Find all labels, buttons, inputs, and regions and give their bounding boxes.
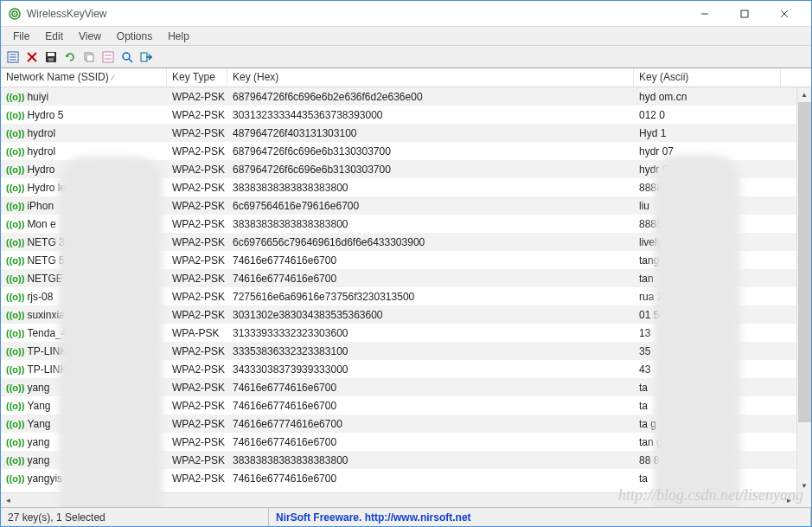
keyascii-text: 8888 [634, 218, 781, 230]
table-row[interactable]: ((о))huiyiWPA2-PSK687964726f6c696e6b2e63… [1, 87, 811, 106]
keyhex-text: 74616e6774616e6700 [227, 382, 634, 394]
wifi-icon: ((о)) [6, 237, 24, 247]
table-row[interactable]: ((о))Hydro 5WPA2-PSK30313233334435363738… [1, 106, 811, 124]
column-ssid[interactable]: Network Name (SSID)⁄ [1, 68, 167, 87]
keytype-text: WPA2-PSK [167, 345, 227, 357]
table-row[interactable]: ((о))rjs-08WPA2-PSK7275616e6a69616e73756… [1, 287, 811, 305]
table-row[interactable]: ((о))yangWPA2-PSK3838383838383838380088 … [1, 451, 811, 469]
keytype-text: WPA2-PSK [167, 164, 227, 176]
keyhex-text: 6c6976656c796469616d6f6e6433303900 [227, 236, 634, 248]
wifi-icon: ((о)) [6, 382, 24, 393]
keyhex-text: 3031302e383034383535363600 [227, 309, 634, 321]
list-view[interactable]: Network Name (SSID)⁄ Key Type Key (Hex) … [1, 68, 811, 507]
wifi-icon: ((о)) [6, 201, 24, 211]
ssid-text: TP-LINK 075 [27, 345, 86, 357]
keyascii-text: 35 [634, 345, 781, 357]
wifi-icon: ((о)) [6, 146, 24, 157]
keyascii-text: rua 2015 [634, 291, 781, 303]
table-row[interactable]: ((о))hydrolWPA2-PSK687964726f6c696e6b313… [1, 142, 811, 160]
ssid-text: hydrol [27, 145, 55, 157]
ssid-text: Hydro le [27, 182, 66, 194]
keyhex-text: 74616e67774616e6700 [227, 418, 634, 430]
keyascii-text: ta [634, 472, 781, 485]
table-row[interactable]: ((о))yangyis 5WPA2-PSK74616e6774616e6700… [1, 469, 811, 487]
tool-copy-icon[interactable] [80, 48, 98, 66]
ssid-text: iPhon [27, 200, 54, 212]
tool-delete-icon[interactable] [23, 48, 41, 66]
table-row[interactable]: ((о))Tenda_4 8WPA-PSK3133393333232330360… [1, 324, 811, 342]
menu-view[interactable]: View [72, 29, 108, 44]
table-row[interactable]: ((о))TP-LINK 075WPA2-PSK3335383633232338… [1, 342, 811, 360]
titlebar[interactable]: WirelessKeyView [1, 1, 811, 27]
tool-exit-icon[interactable] [137, 48, 155, 66]
table-row[interactable]: ((о))Mon eWPA2-PSK3838383838383838380088… [1, 215, 811, 233]
scroll-left-icon[interactable]: ◄ [1, 493, 16, 508]
window-title: WirelessKeyView [27, 8, 685, 20]
ssid-text: NETG 35 [27, 236, 70, 248]
scroll-down-icon[interactable]: ▼ [797, 479, 811, 493]
menu-edit[interactable]: Edit [38, 29, 70, 44]
keyascii-text: 43 [634, 363, 781, 376]
svg-rect-15 [48, 58, 54, 61]
app-window: WirelessKeyView File Edit View Options H… [0, 0, 812, 527]
keyascii-text: Hyd 1 [634, 127, 781, 139]
ssid-text: huiyi [27, 91, 48, 103]
wifi-icon: ((о)) [6, 419, 24, 429]
keytype-text: WPA2-PSK [167, 218, 227, 230]
ssid-text: yangyis 5 [27, 472, 71, 485]
table-row[interactable]: ((о))NETG 35WPA2-PSK6c6976656c796469616d… [1, 233, 811, 251]
table-row[interactable]: ((о))YangWPA2-PSK74616e6774616e6700ta [1, 396, 811, 415]
menu-help[interactable]: Help [161, 29, 196, 44]
tool-properties-icon[interactable] [99, 48, 117, 66]
column-keyhex[interactable]: Key (Hex) [227, 68, 634, 87]
table-row[interactable]: ((о))iPhonWPA2-PSK6c697564616e79616e6700… [1, 196, 811, 215]
toolbar [1, 46, 811, 68]
keyhex-text: 38383838383838383800 [227, 182, 634, 194]
keytype-text: WPA2-PSK [167, 400, 227, 412]
keyascii-text: hydr 07 [634, 164, 781, 176]
ssid-text: yang [27, 454, 49, 466]
keytype-text: WPA-PSK [167, 327, 227, 339]
keyhex-text: 38383838383838383800 [227, 454, 634, 466]
table-row[interactable]: ((о))NETGE ngWPA2-PSK74616e6774616e6700t… [1, 269, 811, 287]
table-row[interactable]: ((о))Hydro leWPA2-PSK3838383838383838380… [1, 178, 811, 196]
keyhex-text: 487964726f403131303100 [227, 127, 634, 139]
wifi-icon: ((о)) [6, 346, 24, 357]
scroll-right-icon[interactable]: ► [782, 493, 796, 508]
scroll-up-icon[interactable]: ▲ [797, 87, 811, 102]
table-row[interactable]: ((о))hydrolWPA2-PSK487964726f40313130310… [1, 124, 811, 142]
tool-report-icon[interactable] [4, 48, 22, 66]
keyhex-text: 74616e6774616e6700 [227, 472, 634, 485]
tool-find-icon[interactable] [118, 48, 136, 66]
table-row[interactable]: ((о))suxinxiaWPA2-PSK3031302e38303438353… [1, 305, 811, 324]
svg-rect-23 [141, 53, 147, 61]
menu-options[interactable]: Options [110, 29, 159, 44]
tool-save-icon[interactable] [42, 48, 60, 66]
table-row[interactable]: ((о))yangWPA2-PSK74616e6774616e6700tan g [1, 433, 811, 451]
statusbar: 27 key(s), 1 Selected NirSoft Freeware. … [1, 507, 811, 526]
scrollbar-horizontal[interactable]: ◄ ► [1, 492, 811, 507]
minimize-button[interactable] [685, 2, 725, 26]
keyhex-text: 74616e6774616e6700 [227, 254, 634, 267]
menu-file[interactable]: File [6, 29, 36, 44]
column-keyascii[interactable]: Key (Ascii) [634, 68, 781, 87]
maximize-button[interactable] [725, 2, 764, 26]
table-row[interactable]: ((о))yangWPA2-PSK74616e6774616e6700ta [1, 378, 811, 396]
table-row[interactable]: ((о))YangWPA2-PSK74616e67774616e6700ta g [1, 415, 811, 433]
list-body[interactable]: ((о))huiyiWPA2-PSK687964726f6c696e6b2e63… [1, 87, 811, 492]
scrollbar-vertical[interactable]: ▲ ▼ [796, 87, 811, 493]
ssid-text: NETGE ng [27, 273, 77, 285]
scroll-thumb[interactable] [798, 102, 811, 422]
nirsoft-link[interactable]: NirSoft Freeware. http://www.nirsoft.net [276, 511, 471, 524]
table-row[interactable]: ((о))HydroWPA2-PSK687964726f6c696e6b3130… [1, 160, 811, 178]
keytype-text: WPA2-PSK [167, 254, 227, 267]
keytype-text: WPA2-PSK [167, 436, 227, 448]
table-row[interactable]: ((о))NETG 5-5GWPA2-PSK74616e6774616e6700… [1, 251, 811, 269]
column-keytype[interactable]: Key Type [167, 68, 227, 87]
wifi-icon: ((о)) [6, 437, 24, 447]
table-row[interactable]: ((о))TP-LINK 897WPA2-PSK3433303837393933… [1, 360, 811, 378]
tool-refresh-icon[interactable] [61, 48, 79, 66]
ssid-text: rjs-08 [27, 291, 53, 303]
keyhex-text: 7275616e6a69616e73756f3230313500 [227, 291, 634, 303]
close-button[interactable] [764, 2, 804, 26]
